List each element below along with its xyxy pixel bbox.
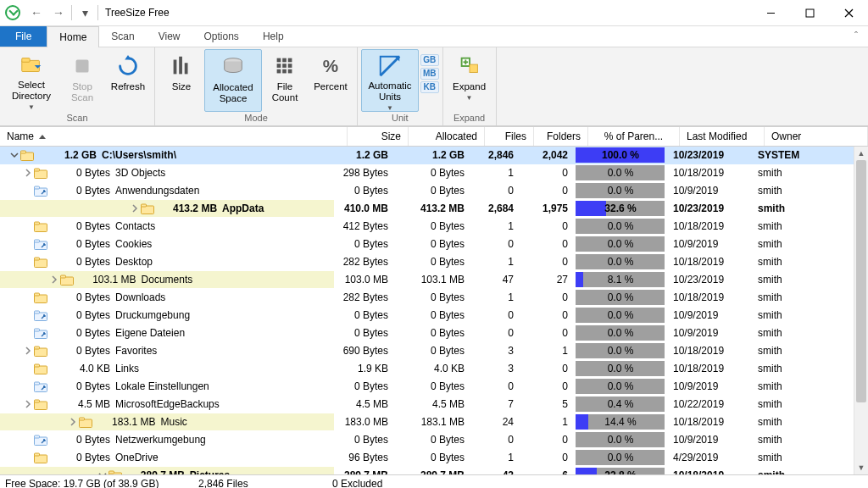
mode-filecount-button[interactable]: File Count (262, 49, 308, 110)
col-percent[interactable]: % of Paren... (588, 127, 680, 146)
table-row[interactable]: 4.5 MBMicrosoftEdgeBackups4.5 MB4.5 MB75… (0, 396, 854, 413)
table-row[interactable]: 0 BytesLokale Einstellungen0 Bytes0 Byte… (0, 378, 854, 396)
col-files[interactable]: Files (485, 127, 534, 146)
chevron-right-icon[interactable] (67, 416, 79, 428)
table-row[interactable]: 0 BytesOneDrive96 Bytes0 Bytes100.0 %4/2… (0, 449, 854, 467)
tab-scan[interactable]: Scan (99, 26, 146, 47)
tab-options[interactable]: Options (192, 26, 251, 47)
col-owner[interactable]: Owner (765, 127, 868, 146)
chevron-down-icon[interactable] (97, 469, 108, 474)
cell-files: 0 (471, 182, 520, 199)
chevron-right-icon[interactable] (129, 202, 141, 214)
cell-percent: 0.0 % (575, 164, 666, 181)
stop-scan-button[interactable]: Stop Scan (59, 49, 105, 110)
table-row[interactable]: 0 BytesContacts412 Bytes0 Bytes100.0 %10… (0, 218, 854, 236)
col-name[interactable]: Name (0, 127, 348, 146)
mode-percent-button[interactable]: % Percent (308, 49, 353, 110)
scroll-down-button[interactable]: ▼ (854, 461, 868, 474)
select-directory-button[interactable]: Select Directory ▼ (3, 49, 59, 110)
table-row[interactable]: 0 BytesFavorites690 Bytes0 Bytes310.0 %1… (0, 342, 854, 360)
scroll-up-button[interactable]: ▲ (854, 147, 868, 160)
table-row[interactable]: 1.2 GBC:\Users\smith\1.2 GB1.2 GB2,8462,… (0, 147, 854, 164)
tab-view[interactable]: View (147, 26, 192, 47)
row-size-prefix: 1.2 GB (39, 149, 97, 161)
spacer (22, 327, 34, 339)
chevron-right-icon[interactable] (22, 345, 34, 357)
table-row[interactable]: 0 BytesNetzwerkumgebung0 Bytes0 Bytes000… (0, 431, 854, 449)
cell-modified: 10/18/2019 (666, 467, 751, 474)
folder-icon (34, 168, 47, 179)
cell-folders: 6 (520, 467, 575, 474)
chevron-down-icon[interactable] (8, 149, 20, 161)
svg-rect-40 (60, 275, 65, 278)
qat-dropdown[interactable]: ▾ (74, 3, 96, 23)
table-row[interactable]: 289.7 MBPictures289.7 MB289.7 MB42622.8 … (0, 467, 854, 474)
chevron-right-icon[interactable] (48, 274, 60, 286)
nav-back-button[interactable]: ← (25, 3, 47, 23)
svg-rect-24 (470, 64, 477, 72)
col-folders[interactable]: Folders (534, 127, 588, 146)
svg-text:%: % (323, 56, 338, 75)
table-row[interactable]: 0 BytesEigene Dateien0 Bytes0 Bytes000.0… (0, 324, 854, 342)
svg-rect-1 (806, 9, 814, 17)
cell-files: 7 (471, 396, 520, 413)
folder-shortcut-icon (34, 186, 47, 197)
cell-owner: SYSTEM (751, 147, 854, 164)
cell-size: 690 Bytes (334, 342, 395, 359)
refresh-button[interactable]: Refresh (105, 49, 151, 110)
svg-rect-56 (80, 418, 85, 420)
col-allocated[interactable]: Allocated (409, 127, 485, 146)
window-maximize-button[interactable] (790, 0, 829, 25)
folder-icon (34, 363, 47, 374)
cell-files: 3 (471, 360, 520, 377)
row-size-prefix: 0 Bytes (53, 185, 110, 197)
cell-allocated: 103.1 MB (395, 271, 471, 288)
spacer (22, 220, 34, 232)
unit-auto-button[interactable]: Automatic Units ▼ (361, 49, 419, 112)
table-row[interactable]: 4.0 KBLinks1.9 KB4.0 KB300.0 %10/18/2019… (0, 360, 854, 378)
tree-table: Name Size Allocated Files Folders % of P… (0, 126, 868, 474)
table-row[interactable]: 0 BytesDesktop282 Bytes0 Bytes100.0 %10/… (0, 253, 854, 271)
unit-gb[interactable]: GB (420, 54, 439, 66)
cell-owner: smith (751, 200, 854, 217)
table-row[interactable]: 0 BytesAnwendungsdaten0 Bytes0 Bytes000.… (0, 182, 854, 200)
window-close-button[interactable] (829, 0, 868, 25)
table-row[interactable]: 0 BytesCookies0 Bytes0 Bytes000.0 %10/9/… (0, 236, 854, 253)
chevron-right-icon[interactable] (22, 167, 34, 179)
cell-owner: smith (751, 182, 854, 199)
divider (97, 5, 98, 20)
table-row[interactable]: 413.2 MBAppData410.0 MB413.2 MB2,6841,97… (0, 200, 854, 218)
vertical-scrollbar[interactable]: ▲ ▼ (854, 147, 868, 474)
window-minimize-button[interactable] (751, 0, 790, 25)
chevron-right-icon[interactable] (22, 398, 34, 410)
table-row[interactable]: 0 BytesDruckumgebung0 Bytes0 Bytes000.0 … (0, 307, 854, 324)
tab-home[interactable]: Home (47, 26, 99, 47)
cell-folders: 1 (520, 342, 575, 359)
cell-allocated: 289.7 MB (395, 467, 471, 474)
unit-mb[interactable]: MB (420, 68, 439, 80)
scroll-thumb[interactable] (856, 160, 866, 402)
mode-size-button[interactable]: Size (159, 49, 204, 110)
expand-button[interactable]: Expand ▼ (447, 49, 492, 110)
table-row[interactable]: 0 Bytes3D Objects298 Bytes0 Bytes100.0 %… (0, 164, 854, 182)
cell-allocated: 1.2 GB (395, 147, 471, 164)
tab-file[interactable]: File (0, 26, 47, 47)
nav-forward-button[interactable]: → (47, 3, 70, 23)
unit-kb[interactable]: KB (420, 81, 439, 93)
cell-size: 96 Bytes (334, 449, 395, 466)
row-label: OneDrive (115, 452, 159, 463)
table-row[interactable]: 183.1 MBMusic183.0 MB183.1 MB24114.4 %10… (0, 413, 854, 431)
tab-help[interactable]: Help (251, 26, 296, 47)
divider (71, 5, 72, 20)
bars-icon (168, 53, 195, 80)
svg-rect-16 (288, 64, 292, 68)
col-modified[interactable]: Last Modified (680, 127, 765, 146)
svg-rect-46 (35, 329, 40, 331)
cell-owner: smith (751, 449, 854, 466)
mode-allocated-button[interactable]: Allocated Space (204, 49, 262, 112)
table-row[interactable]: 103.1 MBDocuments103.0 MB103.1 MB47278.1… (0, 271, 854, 289)
col-size[interactable]: Size (348, 127, 409, 146)
cell-files: 0 (471, 307, 520, 324)
table-row[interactable]: 0 BytesDownloads282 Bytes0 Bytes100.0 %1… (0, 289, 854, 307)
ribbon-collapse-button[interactable]: ˆ (844, 26, 868, 47)
